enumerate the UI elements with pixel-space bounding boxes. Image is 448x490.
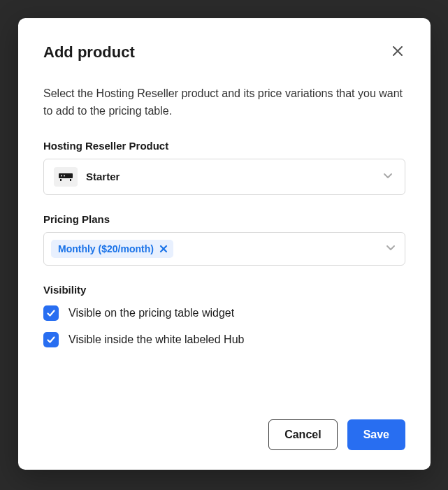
check-icon bbox=[46, 308, 56, 318]
modal-footer: Cancel Save bbox=[43, 419, 405, 450]
checkbox-pricing-table-widget[interactable] bbox=[43, 305, 59, 321]
close-icon bbox=[391, 45, 404, 59]
pricing-plan-tag-label: Monthly ($20/month) bbox=[58, 243, 154, 254]
visibility-label: Visibility bbox=[43, 284, 405, 296]
close-icon bbox=[159, 245, 168, 253]
product-select[interactable]: Starter bbox=[43, 159, 405, 195]
svg-point-2 bbox=[64, 175, 65, 176]
visibility-option: Visible on the pricing table widget bbox=[43, 305, 405, 321]
product-field-label: Hosting Reseller Product bbox=[43, 140, 405, 152]
svg-point-1 bbox=[61, 175, 62, 176]
visibility-option: Visible inside the white labeled Hub bbox=[43, 332, 405, 347]
product-select-value: Starter bbox=[86, 171, 382, 182]
cancel-button[interactable]: Cancel bbox=[268, 419, 337, 450]
product-field: Hosting Reseller Product Starter bbox=[43, 140, 405, 195]
pricing-plan-tag: Monthly ($20/month) bbox=[51, 240, 173, 258]
close-button[interactable] bbox=[390, 43, 405, 61]
chevron-down-icon bbox=[382, 170, 395, 184]
save-button[interactable]: Save bbox=[347, 419, 405, 450]
svg-rect-4 bbox=[70, 179, 71, 181]
modal-description: Select the Hosting Reseller product and … bbox=[43, 85, 405, 120]
pricing-plans-label: Pricing Plans bbox=[43, 213, 405, 225]
pricing-plans-select[interactable]: Monthly ($20/month) bbox=[43, 232, 405, 266]
checkbox-label: Visible inside the white labeled Hub bbox=[68, 333, 244, 346]
checkbox-label: Visible on the pricing table widget bbox=[68, 307, 234, 319]
add-product-modal: Add product Select the Hosting Reseller … bbox=[18, 18, 431, 470]
modal-title: Add product bbox=[43, 43, 135, 62]
chevron-down-icon bbox=[385, 242, 398, 256]
checkbox-white-labeled-hub[interactable] bbox=[43, 332, 59, 347]
modal-header: Add product bbox=[43, 43, 405, 62]
svg-rect-3 bbox=[60, 179, 62, 181]
server-icon bbox=[54, 167, 78, 187]
pricing-plans-field: Pricing Plans Monthly ($20/month) bbox=[43, 213, 405, 266]
tag-remove-button[interactable] bbox=[159, 245, 168, 253]
check-icon bbox=[46, 335, 56, 345]
visibility-field: Visibility Visible on the pricing table … bbox=[43, 284, 405, 359]
